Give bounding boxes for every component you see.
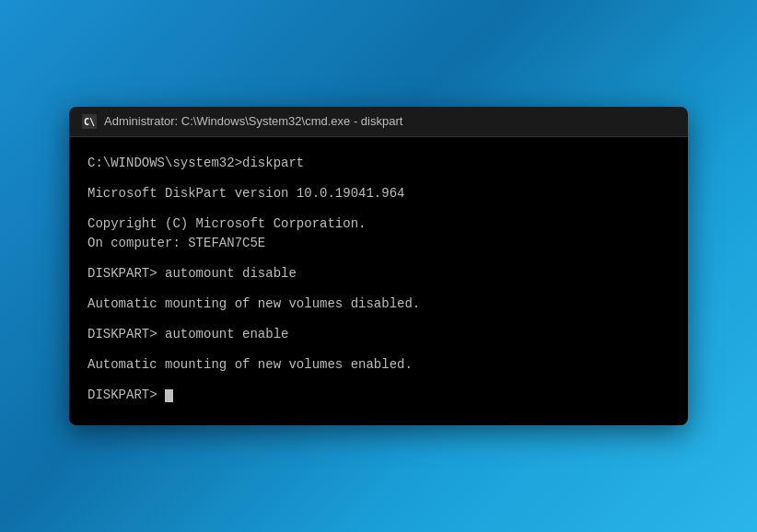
line-cmd1: DISKPART> automount disable <box>87 264 670 284</box>
blank-7 <box>87 375 670 385</box>
window-icon: C\ <box>82 114 97 129</box>
line-copyright: Copyright (C) Microsoft Corporation. <box>87 214 670 235</box>
console-output[interactable]: C:\WINDOWS\system32>diskpart Microsoft D… <box>69 137 688 426</box>
blank-6 <box>87 345 670 355</box>
line-result2: Automatic mounting of new volumes enable… <box>87 355 670 376</box>
title-bar[interactable]: C\ Administrator: C:\Windows\System32\cm… <box>69 107 688 137</box>
window-title: Administrator: C:\Windows\System32\cmd.e… <box>104 114 402 128</box>
line-cmd2: DISKPART> automount enable <box>87 325 670 345</box>
line-result1: Automatic mounting of new volumes disabl… <box>87 295 670 315</box>
blank-3 <box>87 254 670 264</box>
blank-5 <box>87 315 670 325</box>
blank-2 <box>87 203 670 214</box>
blank-1 <box>87 173 670 183</box>
line-prompt-final: DISKPART> <box>87 386 670 406</box>
blank-4 <box>87 284 670 295</box>
line-cmd-prompt: C:\WINDOWS\system32>diskpart <box>87 154 670 174</box>
svg-text:C\: C\ <box>84 117 95 127</box>
line-version: Microsoft DiskPart version 10.0.19041.96… <box>87 184 670 204</box>
cmd-window: C\ Administrator: C:\Windows\System32\cm… <box>69 107 688 426</box>
cursor <box>165 389 173 402</box>
line-computer: On computer: STEFAN7C5E <box>87 234 670 254</box>
